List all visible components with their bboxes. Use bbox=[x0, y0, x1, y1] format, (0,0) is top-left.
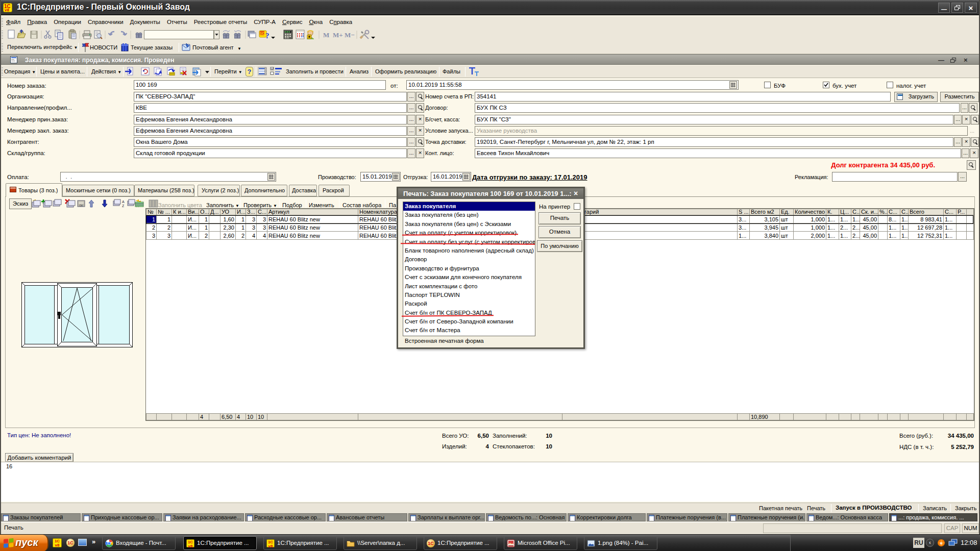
svg-text:?: ? bbox=[265, 32, 270, 40]
svg-text:M−: M− bbox=[345, 31, 355, 39]
svg-text:M+: M+ bbox=[333, 31, 343, 39]
svg-text:a: a bbox=[940, 541, 943, 545]
svg-text:1C: 1C bbox=[260, 32, 264, 35]
svg-text:A: A bbox=[122, 200, 125, 204]
svg-text:Z: Z bbox=[122, 204, 125, 208]
svg-text:OK: OK bbox=[79, 204, 83, 207]
svg-text:M: M bbox=[323, 31, 329, 39]
